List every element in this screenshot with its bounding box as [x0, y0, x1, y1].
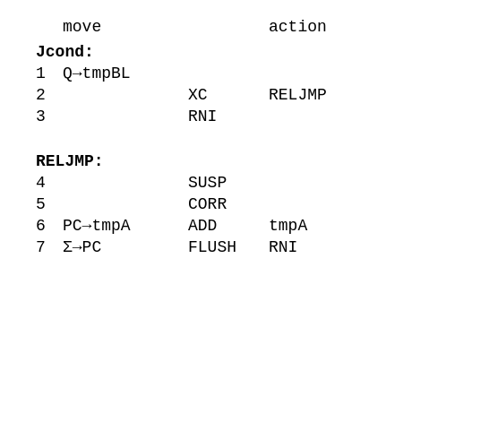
- header-action-value: action: [269, 18, 376, 36]
- table-row: 7Σ→PCFLUSHRNI: [36, 238, 453, 256]
- action-cell-1-2: tmpA: [269, 217, 376, 235]
- step-5: 5: [36, 195, 63, 213]
- step-4: 4: [36, 174, 63, 192]
- alu-cell-0-1: XC: [188, 86, 269, 104]
- sections-container: Jcond:1Q→tmpBL2XCRELJMP3RNIRELJMP:4SUSP5…: [36, 43, 453, 256]
- table-header: move action: [36, 18, 453, 36]
- table-row: 4SUSP: [36, 174, 453, 192]
- table-row: 6PC→tmpAADDtmpA: [36, 217, 453, 235]
- action-cell-1-3: RNI: [269, 238, 376, 256]
- table-row: 2XCRELJMP: [36, 86, 453, 104]
- step-2: 2: [36, 86, 63, 104]
- table-row: 1Q→tmpBL: [36, 65, 453, 82]
- alu-cell-1-2: ADD: [188, 217, 269, 235]
- move-cell-0-0: Q→tmpBL: [63, 65, 188, 82]
- step-1: 1: [36, 65, 63, 82]
- step-3: 3: [36, 108, 63, 125]
- header-action-label: [188, 18, 269, 36]
- action-cell-0-1: RELJMP: [269, 86, 376, 104]
- move-cell-1-2: PC→tmpA: [63, 217, 188, 235]
- alu-cell-1-1: CORR: [188, 195, 269, 213]
- alu-cell-0-2: RNI: [188, 108, 269, 125]
- section-label-jcond: Jcond:: [36, 43, 453, 61]
- step-header-spacer: [36, 18, 63, 36]
- table-row: 5CORR: [36, 195, 453, 213]
- move-cell-1-3: Σ→PC: [63, 238, 188, 256]
- table-row: 3RNI: [36, 108, 453, 125]
- step-7: 7: [36, 238, 63, 256]
- section-label-reljmp: RELJMP:: [36, 152, 453, 170]
- main-table: move action Jcond:1Q→tmpBL2XCRELJMP3RNIR…: [36, 18, 453, 256]
- alu-cell-1-3: FLUSH: [188, 238, 269, 256]
- step-6: 6: [36, 217, 63, 235]
- section-spacer: [36, 129, 453, 147]
- header-move-label: move: [63, 18, 188, 36]
- alu-cell-1-0: SUSP: [188, 174, 269, 192]
